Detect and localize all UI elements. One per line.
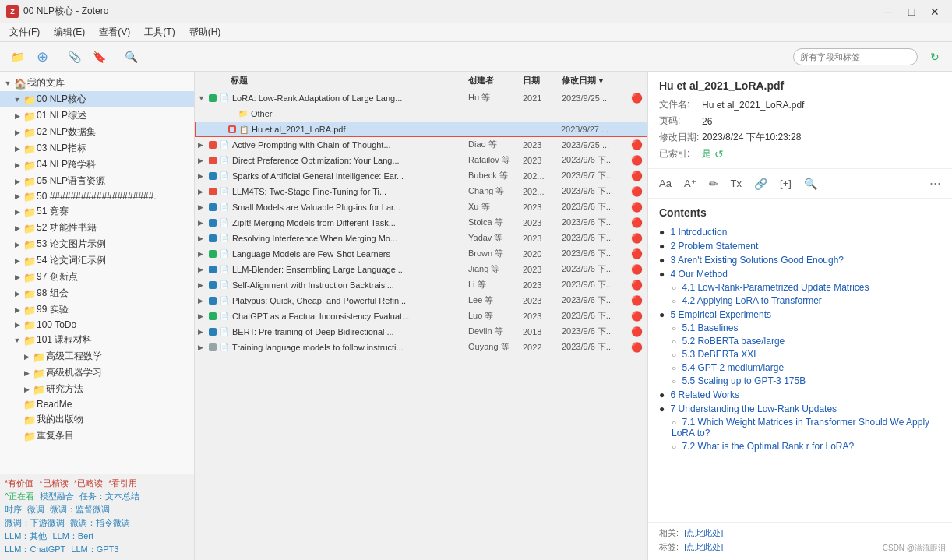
sidebar-item-05-nlp[interactable]: ▶ 📁 05 NLP语言资源 — [0, 173, 194, 189]
tool-text-extract-button[interactable]: Tx — [728, 176, 745, 191]
minimize-button[interactable]: ─ — [877, 4, 899, 19]
sidebar-item-02-nlp[interactable]: ▶ 📁 02 NLP数据集 — [0, 124, 194, 140]
tag-skimmed[interactable]: *已略读 — [74, 478, 103, 488]
tag-supervised-ft[interactable]: 微调：监督微调 — [50, 505, 110, 514]
expand-arrow[interactable]: ▶ — [12, 160, 22, 170]
toc-link-4-2[interactable]: 4.2 Applying LoRA to Transformer — [682, 295, 821, 306]
tag-llm-bert[interactable]: LLM：Bert — [52, 531, 93, 541]
menu-edit[interactable]: 编辑(E) — [48, 24, 91, 41]
footer-tags-link[interactable]: [点此此处] — [684, 542, 723, 551]
expand-arrow[interactable]: ▶ — [12, 273, 22, 282]
sidebar-item-adv-math[interactable]: ▶ 📁 高级工程数学 — [0, 348, 194, 365]
expand-arrow[interactable]: ▶ — [12, 256, 22, 266]
expand-arrow[interactable]: ▼ — [3, 79, 12, 88]
expand-arrow[interactable]: ▶ — [12, 289, 22, 298]
toc-link-5-4[interactable]: 5.4 GPT-2 medium/large — [682, 362, 784, 373]
refresh-icon[interactable]: ↺ — [714, 148, 724, 160]
sidebar-item-54[interactable]: ▶ 📁 54 论文词汇示例 — [0, 252, 194, 269]
expand-arrow[interactable]: ▶ — [12, 192, 22, 201]
toc-link-5-5[interactable]: 5.5 Scaling up to GPT-3 175B — [682, 375, 806, 386]
tag-button[interactable]: 🔖 — [88, 46, 110, 68]
toc-link-7-2[interactable]: 7.2 What is the Optimal Rank r for LoRA? — [682, 441, 854, 452]
sidebar-item-52[interactable]: ▶ 📁 52 功能性书籍 — [0, 220, 194, 236]
toc-link-7-1[interactable]: 7.1 Which Weight Matrices in Transformer… — [672, 417, 929, 438]
expand-arrow[interactable]: ▶ — [12, 207, 22, 217]
toc-link-5-2[interactable]: 5.2 RoBERTa base/large — [682, 336, 785, 347]
tag-sequence[interactable]: 时序 — [5, 505, 22, 514]
col-title[interactable]: 标题 — [227, 75, 465, 86]
expand-arrow[interactable]: ▶ — [12, 305, 22, 315]
tag-model-merge[interactable]: 模型融合 — [40, 491, 74, 501]
add-button[interactable]: ⊕ — [31, 46, 53, 68]
tool-highlight-button[interactable]: ✏ — [706, 176, 721, 192]
menu-view[interactable]: 查看(V) — [93, 24, 136, 41]
sidebar-item-101[interactable]: ▼ 📁 101 课程材料 — [0, 332, 194, 348]
expand-arrow[interactable]: ▶ — [198, 328, 209, 336]
tag-llm-chatgpt[interactable]: LLM：ChatGPT — [5, 544, 65, 554]
tag-instruction-ft[interactable]: 微调：指令微调 — [70, 518, 130, 527]
tag-finetune[interactable]: 微调 — [27, 505, 44, 514]
expand-arrow[interactable] — [12, 400, 22, 409]
expand-arrow[interactable]: ▶ — [12, 240, 22, 249]
sidebar-item-my-library[interactable]: ▼ 🏠 我的文库 — [0, 75, 194, 91]
sidebar-item-readme[interactable]: 📁 ReadMe — [0, 397, 194, 411]
sidebar-item-01-nlp[interactable]: ▶ 📁 01 NLP综述 — [0, 107, 194, 124]
tag-task-summarize[interactable]: 任务：文本总结 — [79, 491, 139, 501]
list-item[interactable]: ▶ 📄 Active Prompting with Chain-of-Thoug… — [195, 137, 647, 153]
footer-related-link[interactable]: [点此此处] — [684, 528, 723, 537]
expand-arrow[interactable]: ▶ — [22, 368, 31, 378]
expand-arrow[interactable]: ▼ — [198, 94, 209, 102]
expand-arrow[interactable]: ▶ — [198, 266, 209, 273]
tag-read[interactable]: *已精读 — [39, 478, 68, 488]
menu-file[interactable]: 文件(F) — [3, 24, 46, 41]
list-item[interactable]: ▶ 📄 Resolving Interference When Merging … — [195, 231, 647, 246]
sidebar-item-adv-ml[interactable]: ▶ 📁 高级机器学习 — [0, 365, 194, 381]
tool-more-button[interactable]: ··· — [926, 174, 944, 193]
tool-link-button[interactable]: 🔗 — [751, 176, 770, 192]
tag-downstream-ft[interactable]: 微调：下游微调 — [5, 518, 65, 527]
list-item[interactable]: ▶ 📄 Direct Preference Optimization: Your… — [195, 153, 647, 168]
list-item[interactable]: ▶ 📄 Self-Alignment with Instruction Back… — [195, 277, 647, 293]
tag-llm-gpt3[interactable]: LLM：GPT3 — [71, 544, 118, 554]
sync-button[interactable]: ↻ — [924, 46, 946, 68]
expand-arrow[interactable]: ▶ — [12, 224, 22, 233]
toc-link-2[interactable]: 2 Problem Statement — [671, 241, 759, 252]
search-input[interactable] — [793, 48, 918, 65]
toc-link-5[interactable]: 5 Empirical Experiments — [671, 309, 771, 320]
list-item[interactable]: ▶ 📄 LLM4TS: Two-Stage Fine-Tuning for Ti… — [195, 184, 647, 199]
expand-arrow[interactable]: ▶ — [198, 234, 209, 242]
sidebar-item-my-pub[interactable]: 📁 我的出版物 — [0, 411, 194, 428]
maximize-button[interactable]: □ — [901, 4, 922, 19]
list-item[interactable]: ▼ 📄 LoRA: Low-Rank Adaptation of Large L… — [195, 90, 647, 106]
tool-text-button[interactable]: Aa — [656, 176, 675, 191]
col-year[interactable]: 日期 — [520, 75, 559, 86]
expand-arrow[interactable]: ▶ — [198, 297, 209, 305]
expand-arrow[interactable]: ▶ — [198, 312, 209, 320]
col-creator[interactable]: 创建者 — [465, 75, 520, 86]
sidebar-item-bookmarks[interactable]: 📁 重复条目 — [0, 428, 194, 444]
expand-arrow[interactable]: ▶ — [12, 144, 22, 153]
sidebar-item-53[interactable]: ▶ 📁 53 论文图片示例 — [0, 236, 194, 252]
list-item[interactable]: ▶ 📄 Platypus: Quick, Cheap, and Powerful… — [195, 293, 647, 308]
list-item[interactable]: ▶ 📄 ChatGPT as a Factual Inconsistency E… — [195, 308, 647, 324]
list-item[interactable]: 📁 Other — [195, 106, 647, 122]
toc-link-5-3[interactable]: 5.3 DeBERTa XXL — [682, 349, 759, 360]
toc-link-4-1[interactable]: 4.1 Low-Rank-Parametrized Update Matrice… — [682, 282, 869, 293]
sidebar-item-99[interactable]: ▶ 📁 99 实验 — [0, 301, 194, 318]
sidebar-item-03-nlp[interactable]: ▶ 📁 03 NLP指标 — [0, 140, 194, 157]
toc-link-1[interactable]: 1 Introduction — [671, 227, 728, 238]
list-item[interactable]: ▶ 📄 ZipIt! Merging Models from Different… — [195, 215, 647, 231]
expand-arrow[interactable]: ▶ — [198, 219, 209, 227]
expand-arrow[interactable]: ▶ — [198, 141, 209, 149]
expand-arrow[interactable]: ▶ — [12, 177, 22, 186]
toc-link-5-1[interactable]: 5.1 Baselines — [682, 322, 738, 333]
menu-help[interactable]: 帮助(H) — [183, 24, 227, 41]
expand-arrow[interactable]: ▶ — [12, 320, 22, 329]
close-button[interactable]: ✕ — [924, 4, 946, 19]
list-item[interactable]: ▶ 📄 Language Models are Few-Shot Learner… — [195, 246, 647, 262]
menu-tools[interactable]: 工具(T) — [138, 24, 181, 41]
sidebar-item-research[interactable]: ▶ 📁 研究方法 — [0, 381, 194, 397]
expand-arrow[interactable]: ▶ — [198, 203, 209, 211]
expand-arrow[interactable]: ▶ — [22, 352, 31, 361]
tool-search-button[interactable]: 🔍 — [801, 176, 820, 192]
